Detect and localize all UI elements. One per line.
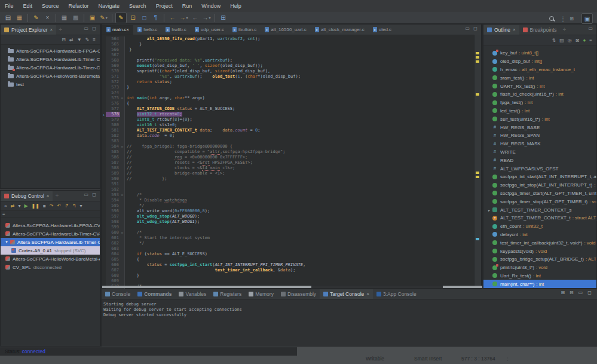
ruler-mark[interactable] bbox=[476, 176, 479, 178]
outline-item[interactable]: keypadsts(void): void bbox=[483, 247, 596, 255]
fold-marker-icon[interactable] bbox=[120, 262, 125, 268]
fold-marker-icon[interactable] bbox=[120, 219, 125, 225]
outline-item[interactable]: oled_disp_buf: int[] bbox=[483, 57, 596, 66]
forward-icon[interactable]: →▾ bbox=[179, 13, 189, 23]
fold-marker-icon[interactable] bbox=[120, 155, 125, 160]
outline-item[interactable]: socfpga_timer_start(ALT_GPT_TIMER_t, uin… bbox=[483, 189, 596, 198]
fold-marker-icon[interactable] bbox=[120, 268, 125, 273]
editor-window-buttons[interactable]: ▭ ◻ bbox=[466, 26, 479, 31]
fold-marker-icon[interactable] bbox=[120, 101, 125, 106]
pencil-icon[interactable]: ✎ bbox=[31, 13, 41, 23]
menu-item-project[interactable]: Project bbox=[151, 0, 177, 12]
maximize-icon[interactable]: ◻ bbox=[587, 290, 593, 295]
console-window-buttons[interactable]: ⊞⊟▭◻ bbox=[559, 290, 595, 295]
fold-marker-icon[interactable] bbox=[120, 203, 125, 209]
fold-marker-icon[interactable] bbox=[120, 106, 125, 112]
filter-menu-icon[interactable]: ≡ bbox=[2, 212, 5, 217]
fold-marker-icon[interactable] bbox=[120, 47, 125, 53]
line-number[interactable]: 606 bbox=[106, 262, 120, 268]
editor-tab-oled.c[interactable]: coled.c bbox=[369, 25, 396, 35]
menu-item-navigate[interactable]: Navigate bbox=[94, 0, 125, 12]
line-number[interactable]: 593 bbox=[106, 192, 120, 198]
fold-marker-icon[interactable] bbox=[120, 112, 125, 117]
fold-marker-icon[interactable] bbox=[120, 90, 125, 96]
line-number[interactable]: 596 bbox=[106, 209, 120, 214]
debug-tree-item[interactable]: ▾Altera-SoCFPGA-HardwareLib-Timer-CV-GN bbox=[1, 238, 100, 246]
menu-item-run[interactable]: Run bbox=[177, 0, 197, 12]
menu-item-file[interactable]: File bbox=[0, 0, 19, 12]
back-icon[interactable]: ← bbox=[167, 13, 177, 23]
close-icon[interactable]: × bbox=[366, 291, 369, 296]
line-number[interactable]: 583 bbox=[106, 139, 120, 144]
filter-icon[interactable]: ▼ bbox=[77, 37, 82, 42]
step-out-icon[interactable]: ↰ bbox=[72, 203, 76, 209]
console-tab-registers[interactable]: Registers bbox=[210, 289, 245, 299]
fold-marker-icon[interactable] bbox=[120, 214, 125, 219]
fold-marker-icon[interactable]: ⊟ bbox=[120, 144, 125, 149]
close-icon[interactable]: × bbox=[47, 193, 50, 198]
tab-breakpoints[interactable]: Breakpoints bbox=[519, 25, 561, 35]
tab-project-explorer[interactable]: Project Explorer × bbox=[1, 25, 56, 35]
clear-icon[interactable]: × bbox=[42, 13, 53, 23]
line-number[interactable]: 576 bbox=[106, 101, 120, 106]
pin-console-icon[interactable]: ▭ bbox=[578, 290, 584, 295]
outline-item[interactable]: #HW_REGS_BASE bbox=[483, 123, 596, 131]
build-all-icon[interactable]: ▩ bbox=[71, 13, 81, 23]
overflow-menu-icon[interactable]: ⋮ bbox=[560, 16, 566, 22]
more-dropdown-icon[interactable]: ▾ bbox=[80, 203, 82, 209]
open-type-icon[interactable]: □ bbox=[139, 13, 149, 23]
hscrollbar-thumb[interactable] bbox=[311, 286, 443, 288]
step-into-icon[interactable]: ↱ bbox=[65, 203, 69, 209]
customize-icon[interactable]: ✎ bbox=[85, 37, 90, 42]
editor-tab-main.c[interactable]: cmain.c× bbox=[102, 25, 133, 35]
line-number[interactable]: 587 bbox=[106, 160, 120, 166]
line-number[interactable]: 567 bbox=[106, 53, 120, 58]
annotation-icon[interactable]: ¶ bbox=[151, 13, 161, 23]
fold-marker-icon[interactable] bbox=[120, 160, 125, 166]
editor-tab-hwlib.c[interactable]: chwlib.c bbox=[161, 25, 190, 35]
menu-item-search[interactable]: Search bbox=[124, 0, 151, 12]
outline-item[interactable]: self_test(uint16_t*): int bbox=[483, 115, 596, 123]
fold-marker-icon[interactable] bbox=[120, 166, 125, 171]
fold-marker-icon[interactable] bbox=[120, 42, 125, 47]
fold-marker-icon[interactable] bbox=[120, 198, 125, 203]
link-with-editor-icon[interactable]: ⇄ bbox=[69, 37, 74, 42]
next-edit-icon[interactable]: →▾ bbox=[201, 13, 212, 23]
menu-item-window[interactable]: Window bbox=[197, 0, 225, 12]
fold-marker-icon[interactable] bbox=[120, 53, 125, 58]
fold-marker-icon[interactable] bbox=[120, 85, 125, 90]
fold-marker-icon[interactable] bbox=[120, 139, 125, 144]
step-over-icon[interactable]: ↷ bbox=[50, 203, 54, 209]
fold-marker-icon[interactable] bbox=[120, 257, 125, 262]
close-icon[interactable]: × bbox=[50, 27, 53, 32]
line-number[interactable]: 597 bbox=[106, 214, 120, 219]
outline-item[interactable]: UART_Rx_test(): int bbox=[483, 82, 596, 90]
fold-marker-icon[interactable] bbox=[120, 69, 125, 74]
panel-window-buttons[interactable]: ▭ ◻ bbox=[84, 192, 97, 197]
ruler-mark[interactable] bbox=[476, 93, 479, 96]
outline-item[interactable]: #HW_REGS_SPAN bbox=[483, 131, 596, 140]
fold-marker-icon[interactable] bbox=[120, 133, 125, 139]
collapse-all-icon[interactable]: ⊟ bbox=[62, 37, 66, 42]
fold-marker-icon[interactable] bbox=[120, 273, 125, 279]
menu-item-help[interactable]: Help bbox=[225, 0, 246, 12]
menu-item-edit[interactable]: Edit bbox=[19, 0, 38, 12]
close-icon[interactable]: × bbox=[127, 27, 130, 32]
line-number[interactable]: 609 bbox=[106, 279, 120, 284]
hide-static-icon[interactable]: ◎ bbox=[568, 38, 572, 43]
fold-marker-icon[interactable]: ⊟ bbox=[120, 230, 125, 235]
fold-marker-icon[interactable] bbox=[120, 209, 125, 214]
console-tab-commands[interactable]: Commands bbox=[134, 289, 175, 299]
debug-tree-item[interactable]: Cortex-A9_0 #1stopped (SVC) bbox=[1, 246, 100, 255]
fold-marker-icon[interactable] bbox=[120, 182, 125, 187]
console-tab-console[interactable]: Console bbox=[102, 289, 134, 299]
line-number[interactable]: 594 bbox=[106, 198, 120, 203]
last-edit-location-icon[interactable]: ⊞ bbox=[218, 13, 228, 23]
menu-item-source[interactable]: Source bbox=[37, 0, 64, 12]
outline-item[interactable]: #WRITE bbox=[483, 148, 596, 157]
continue-icon[interactable]: ▶ bbox=[24, 203, 27, 209]
view-menu-icon[interactable]: ≡ bbox=[589, 38, 592, 43]
outline-item[interactable]: #ALT_LWFPGASLVS_OFST bbox=[483, 164, 596, 173]
line-number[interactable]: 608 bbox=[106, 273, 120, 279]
fold-marker-icon[interactable] bbox=[120, 279, 125, 284]
